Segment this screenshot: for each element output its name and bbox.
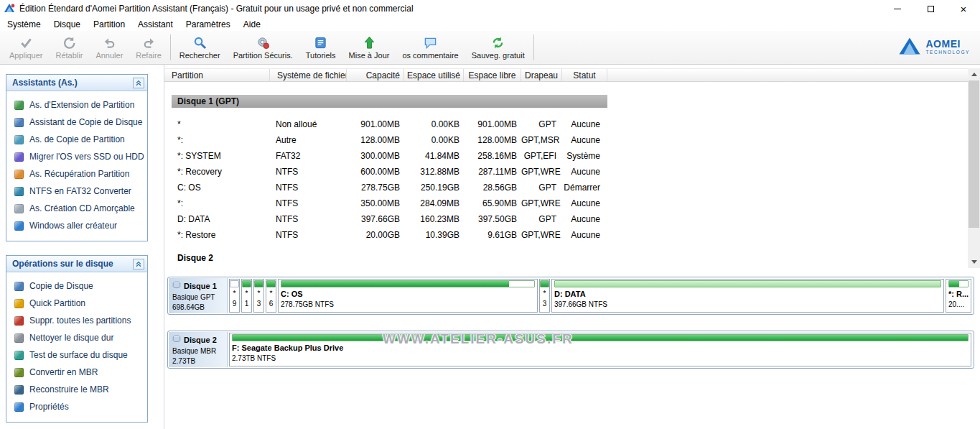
partition-row[interactable]: *: RestoreNTFS20.00GB10.39GB9.61GBGPT,WR… xyxy=(164,227,968,243)
table-header-cell-flag[interactable]: Drapeau xyxy=(521,69,562,81)
partition-block[interactable]: *: R...20.... xyxy=(946,279,971,313)
sidebar-item-partition-copy[interactable]: As. de Copie de Partition xyxy=(6,131,147,148)
aomei-brand: AOMEI TECHNOLOGY xyxy=(898,37,970,57)
cell-fs: Autre xyxy=(270,135,347,145)
close-button[interactable]: × xyxy=(947,0,980,17)
collapse-panel-button[interactable] xyxy=(133,78,144,88)
table-header-cell-capacity[interactable]: Capacité xyxy=(347,69,404,81)
cell-used: 160.23MB xyxy=(404,214,464,224)
scroll-down-button[interactable] xyxy=(968,256,980,268)
tutorials-button[interactable]: Tutoriels xyxy=(299,31,342,64)
apply-button[interactable]: Appliquer xyxy=(3,31,49,64)
disk-name: Disque 1 xyxy=(184,281,217,292)
cell-flag: GPT xyxy=(521,119,562,129)
partition-block[interactable]: F: Seagate Backup Plus Drive2.73TB NTFS xyxy=(229,333,971,366)
partition-row[interactable]: *: SYSTEMFAT32300.00MB41.84MB258.16MBGPT… xyxy=(164,148,968,164)
toolbar-button-label: Mise à Jour xyxy=(349,51,390,60)
sidebar-item-windows-togo[interactable]: Windows aller créateur xyxy=(6,217,147,234)
ntfs-fat32-icon xyxy=(14,187,24,196)
undo-button[interactable]: Annuler xyxy=(89,31,129,64)
table-header-cell-free[interactable]: Espace libre xyxy=(464,69,521,81)
menu-parametres[interactable]: Paramètres xyxy=(179,18,237,31)
reset-icon xyxy=(62,35,76,50)
delete-partitions-icon xyxy=(14,316,24,326)
cell-fs: FAT32 xyxy=(270,151,347,161)
sidebar-item-label: Quick Partition xyxy=(29,298,85,308)
sidebar-item-extend-partition[interactable]: As. d'Extension de Partition xyxy=(6,96,147,114)
sidebar-item-wipe-disk[interactable]: Nettoyer le disque dur xyxy=(6,329,147,346)
table-header-cell-fs[interactable]: Système de fichier xyxy=(270,69,347,81)
sidebar-item-ntfs-fat32[interactable]: NTFS en FAT32 Converter xyxy=(6,183,147,200)
usage-strip xyxy=(540,280,549,287)
table-header-cell-status[interactable]: Statut xyxy=(562,69,607,81)
sidebar-item-quick-partition[interactable]: Quick Partition xyxy=(6,295,147,312)
free-backup-button[interactable]: Sauveg. gratuit xyxy=(465,31,531,64)
cell-flag: GPT,MSR xyxy=(521,135,562,145)
cell-free: 901.00MB xyxy=(464,119,521,129)
partition-block[interactable]: D: DATA397.66GB NTFS xyxy=(551,279,944,313)
cell-partition: *: Restore xyxy=(164,230,270,240)
disk-info-1[interactable]: Disque 1Basique GPT698.64GB xyxy=(169,278,228,313)
sidebar-item-properties[interactable]: Propriétés xyxy=(6,398,147,415)
toolbar: AppliquerRétablirAnnulerRefaireRecherche… xyxy=(0,31,980,65)
partition-block[interactable]: *1 xyxy=(241,279,252,313)
partition-row[interactable]: *: RecoveryNTFS600.00MB312.88MB287.11MBG… xyxy=(164,164,968,180)
partition-row[interactable]: D: DATANTFS397.66GB160.23MB397.50GBGPTAu… xyxy=(164,211,968,227)
maximize-button[interactable] xyxy=(914,0,947,17)
partition-block-detail: 3 xyxy=(257,299,261,308)
cell-partition: *: Recovery xyxy=(164,167,270,177)
partition-block[interactable]: *3 xyxy=(539,279,550,313)
partition-row[interactable]: C: OSNTFS278.75GB250.19GB28.56GBGPTDémar… xyxy=(164,180,968,195)
minimize-button[interactable] xyxy=(881,0,914,17)
sidebar-item-migrate-os[interactable]: Migrer l'OS vers SSD ou HDD xyxy=(6,148,147,165)
update-icon xyxy=(362,35,376,50)
menu-systeme[interactable]: Système xyxy=(1,18,47,31)
partition-row[interactable]: *:NTFS350.00MB284.09MB65.90MBGPT,WREAucu… xyxy=(164,195,968,211)
partition-block-detail: 3 xyxy=(543,299,547,308)
feedback-button[interactable]: os commentaire xyxy=(396,31,465,64)
sidebar-item-rebuild-mbr[interactable]: Reconstruire le MBR xyxy=(6,381,147,398)
partition-row[interactable]: *Non alloué901.00MB0.00KB901.00MBGPTAucu… xyxy=(164,116,968,132)
scroll-up-button[interactable] xyxy=(968,68,980,80)
cell-flag: GPT,WRE xyxy=(521,167,562,177)
app-logo-icon xyxy=(4,3,15,14)
feedback-icon xyxy=(424,35,438,50)
table-header-cell-partition[interactable]: Partition xyxy=(164,69,270,81)
partition-row[interactable]: *:Autre128.00MB0.00KB128.00MBGPT,MSRAucu… xyxy=(164,132,968,148)
vertical-scrollbar[interactable] xyxy=(968,68,980,268)
wipe-disk-icon xyxy=(14,333,24,343)
partition-block[interactable]: *9 xyxy=(229,279,240,313)
maximize-icon xyxy=(928,6,934,12)
window-controls: × xyxy=(881,0,980,17)
partition-block[interactable]: *3 xyxy=(253,279,264,313)
secure-partition-button[interactable]: Partition Sécuris. xyxy=(227,31,299,64)
table-header-cell-used[interactable]: Espace utilisé xyxy=(404,69,464,81)
menu-assistant[interactable]: Assistant xyxy=(131,18,179,31)
scroll-thumb[interactable] xyxy=(969,80,979,228)
partition-block[interactable]: C: OS278.75GB NTFS xyxy=(278,279,538,313)
partition-block[interactable]: *6 xyxy=(266,279,276,313)
toolbar-button-label: Tutoriels xyxy=(306,51,336,60)
collapse-panel-button[interactable] xyxy=(133,259,144,269)
sidebar-item-disk-copy[interactable]: Copie de Disque xyxy=(6,277,147,295)
search-button[interactable]: Rechercher xyxy=(173,31,227,64)
sidebar-item-surface-test[interactable]: Test de surface du disque xyxy=(6,346,147,364)
disk-info-2[interactable]: Disque 2Basique MBR2.73TB xyxy=(169,332,228,367)
cell-free: 28.56GB xyxy=(464,183,521,193)
menu-disque[interactable]: Disque xyxy=(47,18,87,31)
sidebar-item-delete-all-partitions[interactable]: Suppr. toutes les partitions xyxy=(6,312,147,329)
sidebar-item-disk-copy-wizard[interactable]: Assistant de Copie de Disque xyxy=(6,114,147,131)
cell-status: Aucune xyxy=(562,135,607,145)
menu-aide[interactable]: Aide xyxy=(237,18,267,31)
redo-button[interactable]: Refaire xyxy=(129,31,167,64)
scroll-up-icon xyxy=(971,73,977,76)
menu-partition[interactable]: Partition xyxy=(87,18,131,31)
reset-button[interactable]: Rétablir xyxy=(49,31,89,64)
sidebar-item-convert-mbr[interactable]: Convertir en MBR xyxy=(6,364,147,381)
partition-block-detail: 6 xyxy=(269,299,274,308)
update-button[interactable]: Mise à Jour xyxy=(342,31,396,64)
cell-capacity: 128.00MB xyxy=(347,135,404,145)
sidebar-item-partition-recovery[interactable]: As. Récupération Partition xyxy=(6,165,147,183)
sidebar-item-bootable-cd[interactable]: As. Création CD Amorçable xyxy=(6,200,147,217)
partition-block-detail: 278.75GB NTFS xyxy=(281,300,535,309)
